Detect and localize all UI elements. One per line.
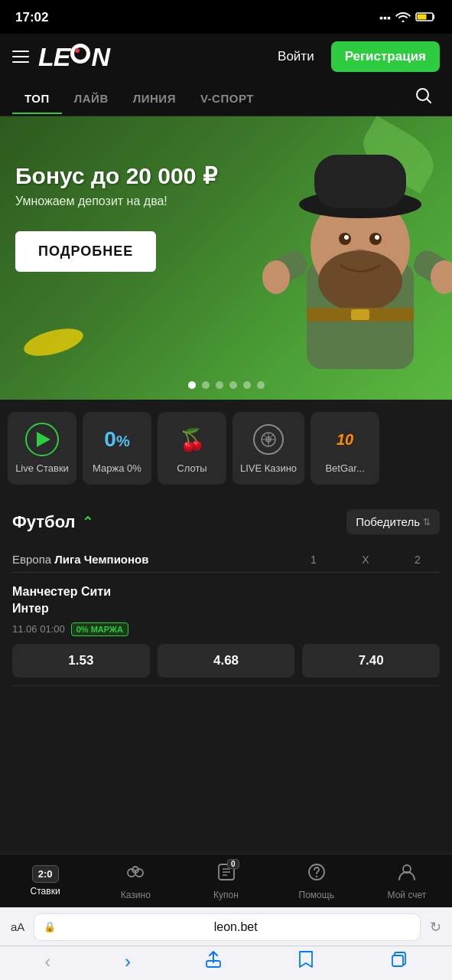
sports-title: Футбол ⌃ [12, 512, 93, 532]
odd-button-2[interactable]: 7.40 [302, 644, 440, 678]
signal-icon: ▪▪▪ [379, 11, 391, 24]
quick-action-margin[interactable]: 0% Маржа 0% [83, 412, 151, 485]
tab-live[interactable]: ЛАЙВ [62, 81, 121, 114]
tabs-button[interactable] [382, 950, 415, 973]
share-button[interactable] [197, 950, 230, 973]
dot-5[interactable] [243, 381, 251, 389]
svg-point-18 [262, 260, 290, 294]
market-arrows-icon: ⇅ [423, 517, 431, 528]
help-nav-icon [307, 862, 327, 887]
odds-header-1: 1 [291, 554, 336, 566]
menu-button[interactable] [12, 51, 29, 63]
live-bets-icon [25, 423, 59, 456]
quick-action-slots[interactable]: 🍒 Слоты [158, 412, 226, 485]
live-casino-label: LIVE Казино [240, 462, 297, 474]
nav-label-account: Мой счет [388, 890, 427, 900]
league-header: Европа Лига Чемпионов 1 X 2 [12, 544, 440, 573]
betgames-icon: 10 [328, 423, 362, 456]
logo-text: LE N [38, 41, 109, 72]
banner-content: Бонус до 20 000 ₽ Умножаем депозит на дв… [15, 162, 217, 272]
live-bets-label: Live Ставки [15, 462, 69, 474]
nav-item-account[interactable]: Мой счет [362, 856, 452, 906]
logo: LE N [38, 41, 261, 72]
tab-vsport[interactable]: V-СПОРТ [188, 81, 266, 114]
browser-url-box[interactable]: 🔒 leon.bet [34, 913, 421, 941]
search-icon[interactable] [408, 80, 440, 116]
banner-dots [188, 381, 265, 389]
quick-action-betgames[interactable]: 10 BetGar... [311, 412, 379, 485]
dot-2[interactable] [202, 381, 210, 389]
quick-actions: Live Ставки 0% Маржа 0% 🍒 Слоты [0, 400, 452, 497]
margin-label: Маржа 0% [93, 462, 141, 474]
live-casino-icon [252, 423, 285, 456]
bookmarks-button[interactable] [289, 950, 323, 973]
tab-top[interactable]: ТОП [12, 81, 62, 114]
margin-text: 0% [104, 427, 129, 452]
svg-point-14 [375, 235, 379, 240]
team2: Интер [12, 600, 440, 617]
odd-button-1[interactable]: 1.53 [12, 644, 150, 678]
match-datetime: 11.06 01:00 [12, 623, 65, 635]
sports-chevron[interactable]: ⌃ [82, 514, 93, 531]
nav-tabs: ТОП ЛАЙВ ЛИНИЯ V-СПОРТ [0, 80, 452, 116]
svg-line-29 [271, 435, 273, 437]
bets-icon: 2:0 [32, 865, 59, 883]
team1: Манчестер Сити [12, 583, 440, 600]
coupon-badge: 0 [227, 859, 239, 869]
match-odds: 1.53 4.68 7.40 [12, 644, 440, 678]
slots-icon: 🍒 [175, 423, 209, 456]
sports-section: Футбол ⌃ Победитель ⇅ Европа Лига Чемпио… [0, 497, 452, 698]
nav-label-help: Помощь [299, 890, 334, 900]
table-row: Манчестер Сити Интер 11.06 01:00 0% МАРЖ… [12, 573, 440, 686]
svg-rect-2 [418, 14, 427, 19]
odds-header-x: X [343, 554, 388, 566]
match-teams: Манчестер Сити Интер [12, 583, 440, 618]
back-button[interactable]: ‹ [37, 951, 58, 972]
quick-action-live-bets[interactable]: Live Ставки [8, 412, 76, 485]
dot-3[interactable] [216, 381, 223, 389]
status-icons: ▪▪▪ [379, 11, 437, 24]
register-button[interactable]: Регистрация [331, 41, 440, 72]
svg-point-5 [75, 48, 80, 53]
svg-point-38 [316, 875, 317, 877]
sports-header: Футбол ⌃ Победитель ⇅ [12, 497, 440, 544]
account-nav-icon [397, 862, 417, 887]
login-button[interactable]: Войти [270, 44, 322, 69]
battery-icon [415, 11, 437, 24]
nav-label-bets: Ставки [31, 886, 60, 897]
margin-badge: 0% МАРЖА [71, 622, 128, 636]
quick-action-live-casino[interactable]: LIVE Казино [233, 412, 304, 485]
nav-item-casino[interactable]: Казино [90, 856, 180, 906]
odd-button-x[interactable]: 4.68 [158, 644, 295, 678]
dot-6[interactable] [257, 381, 265, 389]
tab-line[interactable]: ЛИНИЯ [121, 81, 188, 114]
svg-rect-22 [351, 309, 369, 320]
league-info: Европа Лига Чемпионов [12, 553, 148, 566]
match-meta: 11.06 01:00 0% МАРЖА [12, 622, 440, 636]
forward-button[interactable]: › [117, 951, 138, 972]
nav-item-help[interactable]: Помощь [272, 856, 362, 906]
nav-item-coupon[interactable]: 0 Купон [180, 856, 271, 906]
refresh-icon[interactable]: ↻ [430, 919, 441, 936]
svg-point-16 [318, 250, 402, 312]
banner: Бонус до 20 000 ₽ Умножаем депозит на дв… [0, 116, 452, 400]
betgames-label: BetGar... [325, 462, 364, 474]
nav-item-bets[interactable]: 2:0 Ставки [0, 859, 90, 903]
banner-subtitle: Умножаем депозит на два! [15, 194, 217, 208]
svg-point-13 [344, 235, 349, 240]
banner-title: Бонус до 20 000 ₽ [15, 162, 217, 190]
bottom-nav: 2:0 Ставки Казино 0 Купон [0, 854, 452, 907]
header: LE N Войти Регистрация [0, 34, 452, 80]
status-bar: 17:02 ▪▪▪ [0, 0, 452, 34]
svg-line-28 [264, 435, 266, 437]
dot-4[interactable] [229, 381, 237, 389]
banner-button[interactable]: ПОДРОБНЕЕ [15, 231, 156, 272]
svg-rect-10 [314, 155, 406, 208]
browser-bar: аА 🔒 leon.bet ↻ [0, 907, 452, 946]
market-selector[interactable]: Победитель ⇅ [346, 509, 440, 534]
browser-url: leon.bet [60, 920, 411, 934]
dot-1[interactable] [188, 381, 196, 389]
status-time: 17:02 [15, 10, 48, 25]
odds-header-2: 2 [395, 554, 440, 566]
browser-aa[interactable]: аА [11, 920, 24, 933]
